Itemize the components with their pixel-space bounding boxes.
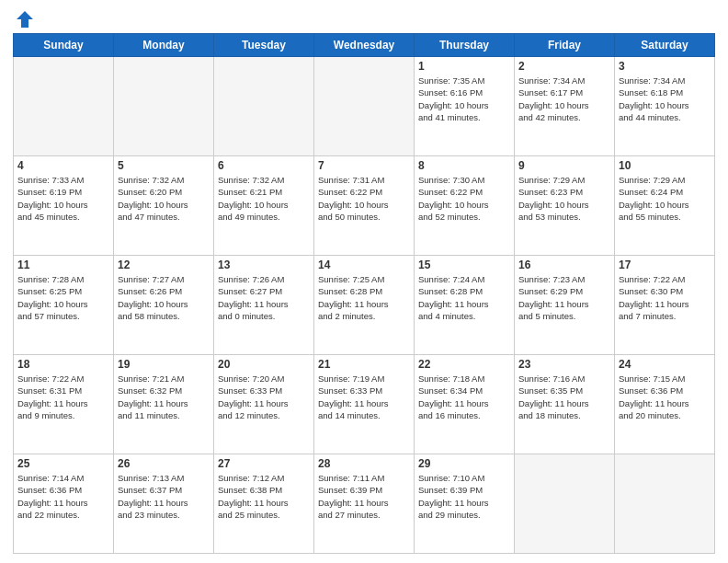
day-info: Sunrise: 7:16 AM Sunset: 6:35 PM Dayligh… [518,373,610,421]
weekday-header-friday: Friday [515,34,615,57]
calendar-cell: 22Sunrise: 7:18 AM Sunset: 6:34 PM Dayli… [415,355,515,454]
day-info: Sunrise: 7:10 AM Sunset: 6:39 PM Dayligh… [418,472,510,521]
day-info: Sunrise: 7:31 AM Sunset: 6:22 PM Dayligh… [318,174,410,223]
calendar-cell: 23Sunrise: 7:16 AM Sunset: 6:35 PM Dayli… [515,355,615,454]
calendar-cell: 7Sunrise: 7:31 AM Sunset: 6:22 PM Daylig… [314,156,415,256]
calendar-cell: 19Sunrise: 7:21 AM Sunset: 6:32 PM Dayli… [114,355,214,454]
calendar-week-4: 25Sunrise: 7:14 AM Sunset: 6:36 PM Dayli… [14,454,715,554]
day-number: 22 [418,358,510,371]
day-info: Sunrise: 7:34 AM Sunset: 6:17 PM Dayligh… [518,75,610,123]
day-number: 12 [118,259,210,271]
day-info: Sunrise: 7:11 AM Sunset: 6:39 PM Dayligh… [318,472,410,521]
calendar-cell [515,454,615,554]
day-number: 8 [418,159,510,172]
weekday-header-wednesday: Wednesday [314,34,415,57]
day-number: 1 [418,60,510,73]
svg-marker-0 [17,11,33,28]
day-info: Sunrise: 7:26 AM Sunset: 6:27 PM Dayligh… [218,273,310,322]
day-number: 10 [619,159,711,172]
calendar-cell: 27Sunrise: 7:12 AM Sunset: 6:38 PM Dayli… [214,454,314,554]
day-number: 11 [17,259,109,271]
day-info: Sunrise: 7:12 AM Sunset: 6:38 PM Dayligh… [218,472,310,521]
day-number: 16 [518,259,610,271]
day-info: Sunrise: 7:32 AM Sunset: 6:20 PM Dayligh… [118,174,210,223]
day-info: Sunrise: 7:27 AM Sunset: 6:26 PM Dayligh… [118,273,210,322]
weekday-row: SundayMondayTuesdayWednesdayThursdayFrid… [14,34,715,57]
day-number: 21 [318,358,410,371]
weekday-header-monday: Monday [114,34,214,57]
day-info: Sunrise: 7:24 AM Sunset: 6:28 PM Dayligh… [418,273,510,322]
day-info: Sunrise: 7:33 AM Sunset: 6:19 PM Dayligh… [17,174,109,223]
day-number: 4 [17,159,109,172]
calendar-cell: 21Sunrise: 7:19 AM Sunset: 6:33 PM Dayli… [314,355,415,454]
calendar-cell: 11Sunrise: 7:28 AM Sunset: 6:25 PM Dayli… [14,256,114,355]
calendar-week-1: 4Sunrise: 7:33 AM Sunset: 6:19 PM Daylig… [14,156,715,256]
day-info: Sunrise: 7:20 AM Sunset: 6:33 PM Dayligh… [218,373,310,421]
day-number: 6 [218,159,310,172]
day-number: 2 [518,60,610,73]
calendar-header: SundayMondayTuesdayWednesdayThursdayFrid… [14,34,715,57]
logo-icon [15,9,35,29]
day-info: Sunrise: 7:22 AM Sunset: 6:30 PM Dayligh… [619,273,711,322]
weekday-header-saturday: Saturday [615,34,715,57]
day-info: Sunrise: 7:21 AM Sunset: 6:32 PM Dayligh… [118,373,210,421]
calendar-cell [615,454,715,554]
calendar-cell: 20Sunrise: 7:20 AM Sunset: 6:33 PM Dayli… [214,355,314,454]
calendar-cell: 12Sunrise: 7:27 AM Sunset: 6:26 PM Dayli… [114,256,214,355]
header [13,9,715,26]
day-info: Sunrise: 7:13 AM Sunset: 6:37 PM Dayligh… [118,472,210,521]
day-number: 5 [118,159,210,172]
calendar-cell: 2Sunrise: 7:34 AM Sunset: 6:17 PM Daylig… [515,57,615,156]
page: SundayMondayTuesdayWednesdayThursdayFrid… [0,0,728,563]
calendar-week-0: 1Sunrise: 7:35 AM Sunset: 6:16 PM Daylig… [14,57,715,156]
calendar-cell: 6Sunrise: 7:32 AM Sunset: 6:21 PM Daylig… [214,156,314,256]
logo [13,9,35,26]
calendar-cell: 13Sunrise: 7:26 AM Sunset: 6:27 PM Dayli… [214,256,314,355]
calendar-cell [114,57,214,156]
calendar-cell: 25Sunrise: 7:14 AM Sunset: 6:36 PM Dayli… [14,454,114,554]
calendar-cell: 24Sunrise: 7:15 AM Sunset: 6:36 PM Dayli… [615,355,715,454]
day-number: 23 [518,358,610,371]
day-number: 3 [619,60,711,73]
day-info: Sunrise: 7:28 AM Sunset: 6:25 PM Dayligh… [17,273,109,322]
calendar-body: 1Sunrise: 7:35 AM Sunset: 6:16 PM Daylig… [14,57,715,554]
day-number: 15 [418,259,510,271]
day-number: 7 [318,159,410,172]
day-number: 24 [619,358,711,371]
day-info: Sunrise: 7:22 AM Sunset: 6:31 PM Dayligh… [17,373,109,421]
calendar-cell: 14Sunrise: 7:25 AM Sunset: 6:28 PM Dayli… [314,256,415,355]
day-number: 29 [418,457,510,470]
day-number: 26 [118,457,210,470]
calendar-cell: 8Sunrise: 7:30 AM Sunset: 6:22 PM Daylig… [415,156,515,256]
day-number: 13 [218,259,310,271]
calendar-cell: 10Sunrise: 7:29 AM Sunset: 6:24 PM Dayli… [615,156,715,256]
day-info: Sunrise: 7:18 AM Sunset: 6:34 PM Dayligh… [418,373,510,421]
calendar-cell: 26Sunrise: 7:13 AM Sunset: 6:37 PM Dayli… [114,454,214,554]
calendar-table: SundayMondayTuesdayWednesdayThursdayFrid… [13,33,715,554]
calendar-cell: 17Sunrise: 7:22 AM Sunset: 6:30 PM Dayli… [615,256,715,355]
calendar-cell: 15Sunrise: 7:24 AM Sunset: 6:28 PM Dayli… [415,256,515,355]
calendar-cell: 9Sunrise: 7:29 AM Sunset: 6:23 PM Daylig… [515,156,615,256]
calendar-cell: 3Sunrise: 7:34 AM Sunset: 6:18 PM Daylig… [615,57,715,156]
day-number: 18 [17,358,109,371]
day-info: Sunrise: 7:14 AM Sunset: 6:36 PM Dayligh… [17,472,109,521]
day-number: 28 [318,457,410,470]
day-number: 14 [318,259,410,271]
day-info: Sunrise: 7:30 AM Sunset: 6:22 PM Dayligh… [418,174,510,223]
day-number: 19 [118,358,210,371]
weekday-header-thursday: Thursday [415,34,515,57]
calendar-cell: 5Sunrise: 7:32 AM Sunset: 6:20 PM Daylig… [114,156,214,256]
calendar-cell: 18Sunrise: 7:22 AM Sunset: 6:31 PM Dayli… [14,355,114,454]
day-number: 25 [17,457,109,470]
day-number: 17 [619,259,711,271]
day-info: Sunrise: 7:23 AM Sunset: 6:29 PM Dayligh… [518,273,610,322]
calendar-cell: 4Sunrise: 7:33 AM Sunset: 6:19 PM Daylig… [14,156,114,256]
day-number: 20 [218,358,310,371]
calendar-cell [14,57,114,156]
day-info: Sunrise: 7:15 AM Sunset: 6:36 PM Dayligh… [619,373,711,421]
calendar-week-2: 11Sunrise: 7:28 AM Sunset: 6:25 PM Dayli… [14,256,715,355]
day-info: Sunrise: 7:29 AM Sunset: 6:24 PM Dayligh… [619,174,711,223]
calendar-week-3: 18Sunrise: 7:22 AM Sunset: 6:31 PM Dayli… [14,355,715,454]
day-number: 27 [218,457,310,470]
calendar-cell: 16Sunrise: 7:23 AM Sunset: 6:29 PM Dayli… [515,256,615,355]
